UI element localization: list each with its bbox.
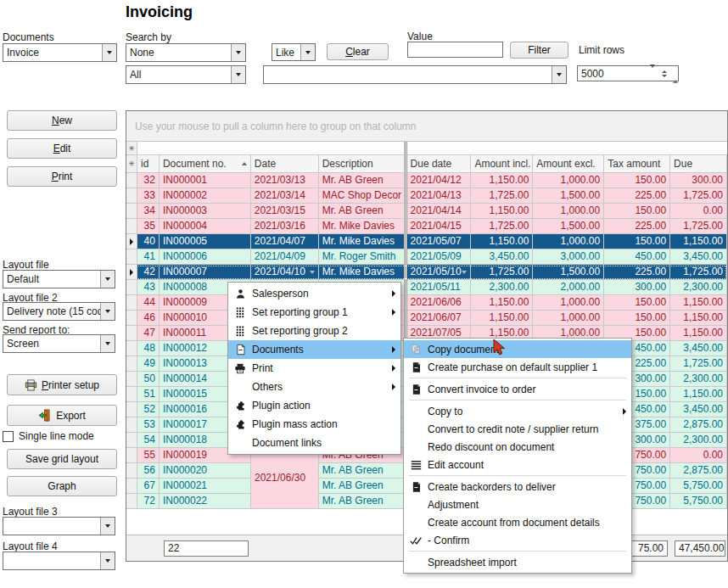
cell-id[interactable]: 48 [137,341,160,356]
new-row-cell[interactable] [407,142,727,155]
cell-id[interactable]: 55 [137,448,160,463]
table-row[interactable]: 32IN0000012021/03/13Mr. AB Green2021/04/… [126,173,727,188]
column-header-amt_incl[interactable]: Amount incl. [471,155,533,173]
column-header-id[interactable]: id [137,155,160,173]
row-indicator[interactable] [126,372,137,387]
table-row[interactable]: 34IN0000032021/03/15Mr. AB Green2021/04/… [126,204,727,219]
chevron-down-icon[interactable] [100,335,115,352]
table-row[interactable]: 41IN0000062021/04/09Mr. Roger Smith2021/… [126,249,727,265]
cell-id[interactable]: 53 [137,417,160,433]
cell-due[interactable]: 1,150.00 [670,387,727,402]
cell-amt_excl[interactable]: 1,000.00 [533,234,604,249]
cell-id[interactable]: 46 [137,311,160,326]
limit-rows-spinner[interactable]: 5000 [577,65,679,81]
column-header-desc[interactable]: Description [319,155,405,173]
cell-date[interactable]: 2021/04/07 [251,234,319,249]
limit-dropdown-icon[interactable] [650,68,655,80]
row-indicator[interactable] [126,494,137,509]
menu-item[interactable]: Print [228,359,400,378]
cell-date[interactable]: 2021/03/13 [251,173,319,188]
row-indicator[interactable] [126,326,137,341]
cell-date[interactable]: 2021/04/10 [251,265,319,280]
cell-dropdown-icon[interactable] [462,271,467,274]
group-by-panel[interactable]: Use your mouse to pull a column here to … [126,111,727,142]
cell-due_date[interactable]: 2021/05/11 [407,280,472,295]
cell-desc[interactable]: Mr. AB Green [319,173,405,188]
filter-button[interactable]: Filter [510,42,568,59]
cell-due[interactable]: 1,725.00 [670,219,727,234]
cell-due_date[interactable]: 2021/04/12 [407,173,472,188]
cell-id[interactable]: 50 [137,372,160,387]
cell-amt_excl[interactable]: 1,000.00 [533,311,604,326]
row-indicator[interactable] [126,249,137,265]
cell-tax[interactable]: 300.00 [604,280,670,295]
cell-doc[interactable]: IN000006 [160,249,251,265]
cell-desc[interactable]: MAC Shop Decor Sp [319,188,405,204]
cell-due[interactable]: 300.00 [670,173,727,188]
row-indicator[interactable] [126,173,137,188]
cell-date[interactable] [251,463,319,479]
row-indicator[interactable] [126,417,137,433]
cell-due[interactable]: 2,300.00 [670,280,727,295]
cell-tax[interactable]: 225.00 [604,219,670,234]
cell-amt_excl[interactable]: 1,500.00 [533,219,604,234]
cell-due[interactable]: 2,300.00 [670,433,727,448]
save-grid-layout-button[interactable]: Save grid layout [7,449,117,469]
cell-due_date[interactable]: 2021/06/07 [407,311,472,326]
row-indicator[interactable] [126,265,137,280]
cell-due_date[interactable]: 2021/05/10 [407,265,472,280]
table-row[interactable]: 33IN0000022021/03/14MAC Shop Decor Sp202… [126,188,727,204]
cell-desc[interactable]: Mr. AB Green [319,494,405,509]
cell-doc[interactable]: IN000005 [160,234,251,249]
layout-file4-select[interactable] [3,552,115,570]
cell-amt_incl[interactable]: 1,150.00 [471,295,533,311]
cell-doc[interactable]: IN000022 [160,494,251,509]
chevron-down-icon[interactable] [100,271,115,288]
chevron-down-icon[interactable] [231,66,245,83]
cell-date[interactable] [251,479,319,494]
cell-due[interactable]: 0.00 [670,448,727,463]
menu-item[interactable]: Edit account [404,456,631,473]
cell-doc[interactable]: IN000003 [160,204,251,219]
chevron-down-icon[interactable] [100,518,115,535]
cell-due[interactable]: 1,150.00 [670,234,727,249]
row-indicator[interactable] [126,463,137,479]
row-indicator[interactable] [126,219,137,234]
cell-doc[interactable]: IN000004 [160,219,251,234]
row-indicator[interactable] [126,479,137,494]
graph-button[interactable]: Graph [7,476,117,496]
cell-dropdown-icon[interactable] [310,271,315,274]
row-indicator[interactable] [126,448,137,463]
cell-amt_excl[interactable]: 1,500.00 [533,265,604,280]
menu-item[interactable]: Copy document [404,340,631,358]
row-indicator[interactable] [126,204,137,219]
cell-date[interactable] [251,494,319,509]
row-indicator[interactable] [126,356,137,372]
row-indicator[interactable] [126,402,137,417]
send-report-select[interactable]: Screen [3,334,115,353]
menu-item[interactable]: Plugin mass action [228,415,400,434]
chevron-down-icon[interactable] [100,552,115,569]
cell-id[interactable]: 40 [137,234,160,249]
cell-desc[interactable]: Mr. Mike Davies [319,234,405,249]
single-line-mode-option[interactable]: Single line mode [3,430,94,442]
new-button[interactable]: New [7,110,117,131]
menu-item[interactable]: Set reporting group 2 [228,322,400,340]
cell-id[interactable]: 43 [137,280,160,295]
cell-due[interactable]: 5,750.00 [670,479,727,494]
cell-amt_incl[interactable]: 2,300.00 [471,280,533,295]
cell-tax[interactable]: 450.00 [604,249,670,265]
row-indicator[interactable] [126,280,137,295]
cell-tax[interactable]: 150.00 [604,295,670,311]
menu-item[interactable]: Create account from document details [404,513,631,531]
cell-due[interactable]: 1,725.00 [670,188,727,204]
menu-item[interactable]: Convert to credit note / supplier return [404,420,631,438]
menu-item[interactable]: Set reporting group 1 [228,303,400,322]
grid-new-row[interactable]: ✳ [126,142,727,155]
single-line-mode-checkbox[interactable] [3,431,14,442]
filter-field-select[interactable] [263,65,567,84]
cell-date[interactable]: 2021/03/14 [251,188,319,204]
menu-item[interactable]: Copy to [404,402,631,420]
menu-item[interactable]: Plugin action [228,396,400,415]
cell-tax[interactable]: 150.00 [604,173,670,188]
